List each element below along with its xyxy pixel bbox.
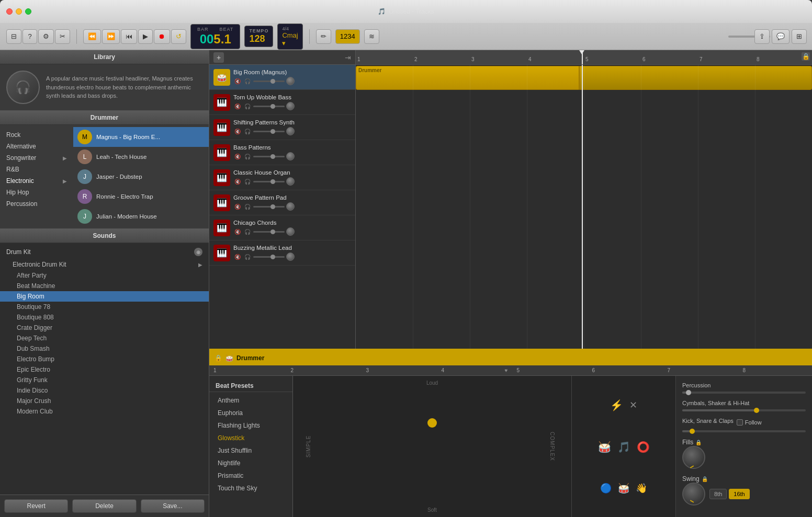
drummer-category-rnb[interactable]: R&B: [0, 164, 73, 175]
cross-icon[interactable]: ✕: [629, 399, 637, 411]
track-pan-0[interactable]: [286, 77, 295, 85]
grid-btn[interactable]: ⊞: [792, 29, 807, 44]
note-8th-btn[interactable]: 8th: [709, 489, 727, 499]
headphone-btn-3[interactable]: 🎧: [243, 153, 252, 160]
swing-lock-icon[interactable]: 🔒: [702, 476, 708, 482]
track-volume-1[interactable]: [253, 106, 285, 107]
library-btn[interactable]: ⊟: [6, 29, 21, 44]
sound-electro-bump[interactable]: Electro Bump: [0, 354, 209, 364]
track-pan-7[interactable]: [286, 252, 295, 261]
chat-btn[interactable]: 💬: [772, 29, 790, 44]
maximize-button[interactable]: [25, 8, 31, 15]
lightning-icon[interactable]: ⚡: [610, 399, 623, 411]
preset-prismatic[interactable]: Prismatic: [209, 469, 292, 482]
to-start-btn[interactable]: ⏮: [121, 29, 137, 44]
play-btn[interactable]: ▶: [138, 29, 153, 44]
mute-btn-4[interactable]: 🔇: [233, 178, 242, 185]
equalizer-btn[interactable]: ≋: [364, 29, 379, 44]
preset-euphoria[interactable]: Euphoria: [209, 407, 292, 419]
drummer-category-percussion[interactable]: Percussion: [0, 198, 73, 210]
follow-check[interactable]: [737, 419, 743, 426]
key-dropdown-icon[interactable]: ▾: [282, 39, 286, 47]
sound-boutique-808[interactable]: Boutique 808: [0, 312, 209, 323]
track-item-6[interactable]: 🎹 Chicago Chords 🔇 🎧: [209, 215, 355, 240]
mute-btn-2[interactable]: 🔇: [233, 128, 242, 135]
preset-nightlife[interactable]: Nightlife: [209, 457, 292, 469]
sound-big-room[interactable]: Big Room: [0, 291, 209, 302]
drummer-category-hiphop[interactable]: Hip Hop: [0, 187, 73, 198]
track-pan-3[interactable]: [286, 152, 295, 160]
kick-icon[interactable]: 🔵: [600, 482, 612, 494]
minimize-button[interactable]: [16, 8, 22, 15]
track-volume-7[interactable]: [253, 256, 285, 258]
mute-btn-7[interactable]: 🔇: [233, 254, 242, 260]
rewind-btn[interactable]: ⏪: [83, 29, 101, 44]
sound-gritty-funk[interactable]: Gritty Funk: [0, 375, 209, 385]
headphone-btn-7[interactable]: 🎧: [243, 254, 252, 260]
key-display[interactable]: 4/4 Cmaj ▾: [277, 24, 302, 50]
mute-btn-0[interactable]: 🔇: [233, 78, 242, 85]
add-track-btn[interactable]: +: [213, 52, 224, 63]
mute-btn-3[interactable]: 🔇: [233, 153, 242, 160]
revert-btn[interactable]: Revert: [4, 499, 68, 513]
drummer-category-rock[interactable]: Rock: [0, 129, 73, 141]
track-volume-5[interactable]: [253, 206, 285, 208]
preset-flashing-lights[interactable]: Flashing Lights: [209, 419, 292, 432]
headphone-btn-5[interactable]: 🎧: [243, 203, 252, 210]
tempo-value[interactable]: 128: [249, 33, 268, 44]
preset-anthem[interactable]: Anthem: [209, 394, 292, 407]
help-btn[interactable]: ?: [22, 29, 37, 44]
track-volume-6[interactable]: [253, 231, 285, 233]
sounds-drum-kit[interactable]: Drum Kit ⊕: [0, 245, 209, 259]
track-pan-1[interactable]: [286, 102, 295, 110]
timeline-content[interactable]: Drummer (function() { const bars = 80; l…: [356, 65, 812, 349]
tambourine-icon[interactable]: 🎵: [617, 441, 630, 453]
sound-epic-electro[interactable]: Epic Electro: [0, 364, 209, 375]
preset-touch-the-sky[interactable]: Touch the Sky: [209, 482, 292, 495]
drummer-region-pre[interactable]: Drummer (function() { const bars = 80; l…: [356, 66, 579, 90]
smart-controls-btn[interactable]: 1234: [335, 29, 360, 44]
sound-major-crush[interactable]: Major Crush: [0, 396, 209, 406]
fills-knob[interactable]: [682, 446, 705, 469]
drummer-category-songwriter[interactable]: Songwriter ▶: [0, 152, 73, 164]
track-volume-4[interactable]: [253, 181, 285, 182]
pad-dot[interactable]: [427, 418, 437, 428]
track-pan-5[interactable]: [286, 202, 295, 211]
headphone-btn-0[interactable]: 🎧: [243, 78, 252, 85]
forward-btn[interactable]: ⏩: [102, 29, 120, 44]
record-btn[interactable]: ⏺: [154, 29, 170, 44]
preset-just-shufflin[interactable]: Just Shufflin: [209, 444, 292, 457]
close-button[interactable]: [6, 8, 13, 15]
headphone-btn-4[interactable]: 🎧: [243, 178, 252, 185]
headphone-btn-6[interactable]: 🎧: [243, 228, 252, 235]
clap-icon[interactable]: 👋: [636, 482, 647, 494]
mute-btn-1[interactable]: 🔇: [233, 103, 242, 110]
sound-deep-tech[interactable]: Deep Tech: [0, 333, 209, 343]
note-16th-btn[interactable]: 16th: [729, 489, 749, 499]
track-pan-2[interactable]: [286, 127, 295, 135]
share-btn[interactable]: ⇪: [754, 29, 770, 44]
swing-knob[interactable]: [682, 482, 705, 505]
track-item-0[interactable]: 🥁 Big Room (Magnus) 🔇 🎧: [209, 65, 355, 90]
save-btn[interactable]: Save...: [141, 499, 205, 513]
mute-btn-5[interactable]: 🔇: [233, 203, 242, 210]
sound-beat-machine[interactable]: Beat Machine: [0, 281, 209, 291]
drummer-entry-4[interactable]: J Julian - Modern House: [73, 206, 209, 226]
track-volume-3[interactable]: [253, 156, 285, 157]
scissors-btn[interactable]: ✂: [55, 29, 70, 44]
headphone-btn-1[interactable]: 🎧: [243, 103, 252, 110]
cymbals-slider[interactable]: [682, 409, 806, 411]
sound-crate-digger[interactable]: Crate Digger: [0, 323, 209, 333]
drummer-entry-3[interactable]: R Ronnie - Electro Trap: [73, 187, 209, 206]
sound-boutique-78[interactable]: Boutique 78: [0, 302, 209, 312]
drummer-entry-1[interactable]: L Leah - Tech House: [73, 147, 209, 167]
track-item-1[interactable]: 🎹 Torn Up Wobble Bass 🔇 🎧: [209, 90, 355, 115]
sound-indie-disco[interactable]: Indie Disco: [0, 385, 209, 396]
settings-btn[interactable]: ⚙: [38, 29, 54, 44]
fills-lock-icon[interactable]: 🔒: [695, 440, 702, 445]
track-item-7[interactable]: 🎹 Buzzing Metallic Lead 🔇 🎧: [209, 240, 355, 266]
hihat-icon[interactable]: 🥁: [598, 441, 611, 453]
tempo-display[interactable]: TEMPO 128: [244, 26, 273, 47]
cymbal-icon[interactable]: ⭕: [637, 441, 650, 453]
drummer-entry-2[interactable]: J Jasper - Dubstep: [73, 167, 209, 187]
